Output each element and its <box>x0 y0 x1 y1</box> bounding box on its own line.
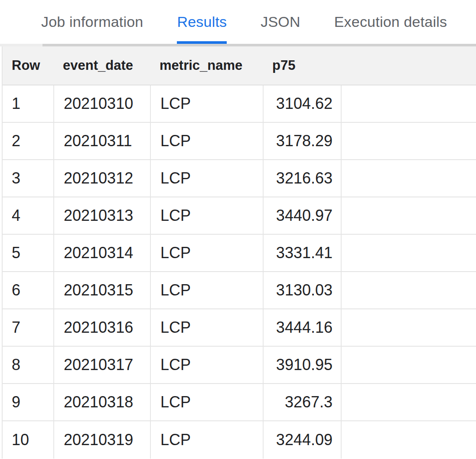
cell-event-date: 20210313 <box>53 197 150 234</box>
column-header-p75: p75 <box>263 46 341 85</box>
tab-json[interactable]: JSON <box>244 0 317 44</box>
column-header-event-date: event_date <box>53 46 150 85</box>
horizontal-scrollbar-thumb[interactable] <box>42 44 476 46</box>
tab-label: JSON <box>261 13 300 30</box>
table-row: 7 20210316 LCP 3444.16 <box>3 309 476 347</box>
cell-filler <box>341 347 476 383</box>
column-header-filler <box>341 46 476 85</box>
cell-event-date: 20210314 <box>53 235 150 271</box>
cell-metric-name: LCP <box>150 309 263 346</box>
query-results-panel: Job information Results JSON Execution d… <box>0 0 476 459</box>
cell-filler <box>341 123 476 159</box>
cell-row-number: 2 <box>3 123 53 159</box>
results-table: Row event_date metric_name p75 1 2021031… <box>2 46 476 459</box>
table-body: 1 20210310 LCP 3104.62 2 20210311 LCP 31… <box>3 85 476 459</box>
tab-bar: Job information Results JSON Execution d… <box>0 0 476 44</box>
cell-event-date: 20210311 <box>53 123 150 159</box>
cell-row-number: 5 <box>3 235 53 271</box>
cell-filler <box>341 235 476 271</box>
cell-metric-name: LCP <box>150 160 263 197</box>
cell-filler <box>341 309 476 346</box>
cell-event-date: 20210312 <box>53 160 150 197</box>
cell-row-number: 1 <box>3 85 53 122</box>
cell-metric-name: LCP <box>150 235 263 271</box>
cell-event-date: 20210315 <box>53 272 150 308</box>
cell-p75: 3910.95 <box>263 347 341 383</box>
cell-filler <box>341 160 476 197</box>
table-row: 10 20210319 LCP 3244.09 <box>3 421 476 459</box>
cell-metric-name: LCP <box>150 85 263 122</box>
cell-filler <box>341 272 476 308</box>
cell-row-number: 4 <box>3 197 53 234</box>
cell-event-date: 20210317 <box>53 347 150 383</box>
table-row: 3 20210312 LCP 3216.63 <box>3 160 476 197</box>
cell-metric-name: LCP <box>150 347 263 383</box>
table-row: 8 20210317 LCP 3910.95 <box>3 347 476 384</box>
cell-p75: 3104.62 <box>263 85 341 122</box>
column-header-row: Row <box>3 46 53 85</box>
cell-metric-name: LCP <box>150 272 263 308</box>
cell-p75: 3267.3 <box>263 384 341 420</box>
column-header-metric-name: metric_name <box>150 46 263 85</box>
cell-event-date: 20210318 <box>53 384 150 420</box>
cell-metric-name: LCP <box>150 384 263 420</box>
tab-job-information[interactable]: Job information <box>24 0 160 44</box>
table-row: 4 20210313 LCP 3440.97 <box>3 197 476 235</box>
cell-event-date: 20210316 <box>53 309 150 346</box>
table-header-row: Row event_date metric_name p75 <box>3 46 476 85</box>
cell-row-number: 6 <box>3 272 53 308</box>
tab-label: Results <box>177 13 227 30</box>
cell-filler <box>341 421 476 459</box>
cell-row-number: 3 <box>3 160 53 197</box>
cell-row-number: 10 <box>3 421 53 459</box>
cell-row-number: 7 <box>3 309 53 346</box>
table-row: 2 20210311 LCP 3178.29 <box>3 123 476 160</box>
table-row: 1 20210310 LCP 3104.62 <box>3 85 476 123</box>
cell-metric-name: LCP <box>150 421 263 459</box>
cell-filler <box>341 197 476 234</box>
tab-results[interactable]: Results <box>160 0 244 44</box>
cell-p75: 3244.09 <box>263 421 341 459</box>
cell-event-date: 20210310 <box>53 85 150 122</box>
table-row: 5 20210314 LCP 3331.41 <box>3 235 476 272</box>
cell-p75: 3331.41 <box>263 235 341 271</box>
cell-metric-name: LCP <box>150 123 263 159</box>
cell-row-number: 8 <box>3 347 53 383</box>
tab-label: Execution details <box>334 13 447 30</box>
cell-p75: 3178.29 <box>263 123 341 159</box>
cell-p75: 3444.16 <box>263 309 341 346</box>
cell-p75: 3130.03 <box>263 272 341 308</box>
tab-execution-details[interactable]: Execution details <box>317 0 464 44</box>
table-row: 9 20210318 LCP 3267.3 <box>3 384 476 421</box>
table-row: 6 20210315 LCP 3130.03 <box>3 272 476 309</box>
horizontal-scrollbar[interactable] <box>0 44 476 46</box>
cell-metric-name: LCP <box>150 197 263 234</box>
cell-filler <box>341 85 476 122</box>
cell-filler <box>341 384 476 420</box>
tab-label: Job information <box>41 13 143 30</box>
cell-row-number: 9 <box>3 384 53 420</box>
cell-p75: 3216.63 <box>263 160 341 197</box>
cell-p75: 3440.97 <box>263 197 341 234</box>
cell-event-date: 20210319 <box>53 421 150 459</box>
